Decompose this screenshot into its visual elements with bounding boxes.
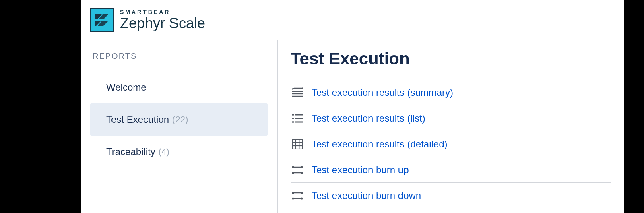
- sidebar-item-count: (22): [172, 114, 188, 125]
- brand-eyebrow: SMARTBEAR: [120, 9, 205, 15]
- report-item-summary[interactable]: Test execution results (summary): [291, 80, 611, 105]
- page-title: Test Execution: [291, 49, 611, 68]
- header: SMARTBEAR Zephyr Scale: [80, 0, 624, 40]
- sidebar-list: Welcome Test Execution (22) Traceability…: [90, 71, 268, 180]
- svg-point-23: [292, 192, 294, 194]
- svg-rect-6: [295, 114, 303, 115]
- grid-icon: [291, 138, 303, 150]
- svg-point-20: [292, 172, 294, 174]
- report-item-label: Test execution results (detailed): [312, 139, 448, 150]
- list-icon: [291, 112, 303, 124]
- sidebar: REPORTS Welcome Test Execution (22) Trac…: [80, 40, 278, 213]
- burn-down-icon: [291, 190, 303, 202]
- svg-point-9: [292, 121, 294, 122]
- sidebar-item-traceability[interactable]: Traceability (4): [90, 136, 268, 168]
- report-item-label: Test execution results (summary): [312, 87, 453, 98]
- svg-point-0: [292, 88, 293, 89]
- svg-rect-11: [292, 139, 303, 149]
- report-item-label: Test execution burn up: [312, 164, 409, 176]
- svg-point-24: [301, 192, 303, 194]
- brand-text: SMARTBEAR Zephyr Scale: [120, 9, 205, 31]
- sidebar-item-count: (4): [159, 147, 169, 157]
- report-item-detailed[interactable]: Test execution results (detailed): [291, 131, 611, 157]
- report-item-list[interactable]: Test execution results (list): [291, 105, 611, 131]
- svg-point-1: [302, 87, 303, 89]
- sidebar-item-test-execution[interactable]: Test Execution (22): [90, 103, 268, 136]
- burn-up-icon: [291, 164, 303, 176]
- report-item-burn-up[interactable]: Test execution burn up: [291, 157, 611, 183]
- svg-point-5: [292, 114, 294, 115]
- svg-rect-10: [295, 121, 303, 122]
- report-list: Test execution results (summary): [291, 80, 611, 209]
- report-item-burn-down[interactable]: Test execution burn down: [291, 183, 611, 209]
- sidebar-item-welcome[interactable]: Welcome: [90, 71, 268, 103]
- main-content: Test Execution Test execution resul: [278, 40, 624, 213]
- svg-point-18: [301, 166, 303, 168]
- svg-point-26: [292, 197, 294, 199]
- svg-point-21: [301, 172, 303, 174]
- svg-rect-8: [295, 118, 303, 119]
- брand-logo-icon: [90, 8, 114, 32]
- brand-title: Zephyr Scale: [120, 15, 205, 31]
- svg-point-27: [301, 197, 303, 199]
- sidebar-item-label: Traceability: [106, 146, 155, 157]
- chart-summary-icon: [291, 87, 303, 99]
- sidebar-title: REPORTS: [90, 52, 268, 61]
- report-item-label: Test execution results (list): [312, 113, 425, 124]
- sidebar-item-label: Welcome: [106, 82, 147, 93]
- sidebar-item-label: Test Execution: [106, 114, 169, 125]
- svg-point-17: [292, 166, 294, 168]
- svg-point-7: [292, 117, 294, 119]
- report-item-label: Test execution burn down: [312, 190, 421, 201]
